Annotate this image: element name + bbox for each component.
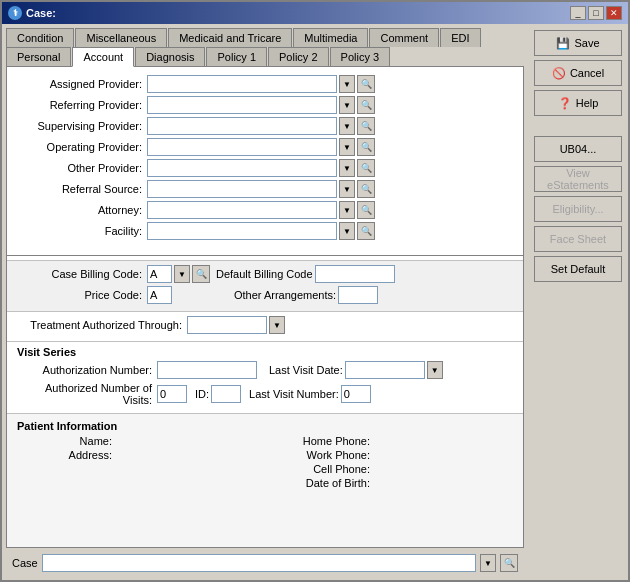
operating-provider-dropdown[interactable]: ▼ xyxy=(339,138,355,156)
set-default-button[interactable]: Set Default xyxy=(534,256,622,282)
patient-info-section: Patient Information Name: Address: xyxy=(7,413,523,547)
referring-provider-search[interactable]: 🔍 xyxy=(357,96,375,114)
operating-provider-search[interactable]: 🔍 xyxy=(357,138,375,156)
work-phone-label: Work Phone: xyxy=(275,449,375,461)
cancel-button[interactable]: 🚫 Cancel xyxy=(534,60,622,86)
tab-personal[interactable]: Personal xyxy=(6,47,71,66)
treatment-auth-input[interactable] xyxy=(187,316,267,334)
case-search[interactable]: 🔍 xyxy=(500,554,518,572)
facility-label: Facility: xyxy=(17,225,147,237)
cell-phone-label: Cell Phone: xyxy=(275,463,375,475)
attorney-input-group: ▼ 🔍 xyxy=(147,201,513,219)
content-area: Assigned Provider: ▼ 🔍 Referring Provide… xyxy=(6,66,524,548)
visit-series-section: Visit Series Authorization Number: Last … xyxy=(7,341,523,413)
tab-medicaid-tricare[interactable]: Medicaid and Tricare xyxy=(168,28,292,47)
facility-dropdown[interactable]: ▼ xyxy=(339,222,355,240)
auth-number-input[interactable] xyxy=(157,361,257,379)
supervising-provider-row: Supervising Provider: ▼ 🔍 xyxy=(17,117,513,135)
other-arrangements-input[interactable] xyxy=(338,286,378,304)
home-phone-value xyxy=(375,435,513,447)
id-input[interactable] xyxy=(211,385,241,403)
referring-provider-label: Referring Provider: xyxy=(17,99,147,111)
tab-multimedia[interactable]: Multimedia xyxy=(293,28,368,47)
dob-row: Date of Birth: xyxy=(275,477,513,489)
ub04-button[interactable]: UB04... xyxy=(534,136,622,162)
cancel-label: Cancel xyxy=(570,67,604,79)
supervising-provider-search[interactable]: 🔍 xyxy=(357,117,375,135)
set-default-label: Set Default xyxy=(551,263,605,275)
left-panel: Condition Miscellaneous Medicaid and Tri… xyxy=(2,24,528,580)
treatment-auth-group: ▼ xyxy=(187,316,513,334)
tab-policy1[interactable]: Policy 1 xyxy=(206,47,267,66)
last-visit-date-input[interactable] xyxy=(345,361,425,379)
last-visit-number-input[interactable] xyxy=(341,385,371,403)
tab-policy3[interactable]: Policy 3 xyxy=(330,47,391,66)
supervising-provider-input[interactable] xyxy=(147,117,337,135)
name-label: Name: xyxy=(17,435,117,447)
tab-miscellaneous[interactable]: Miscellaneous xyxy=(75,28,167,47)
price-code-group: Other Arrangements: xyxy=(147,286,513,304)
ub04-label: UB04... xyxy=(560,143,597,155)
facility-search[interactable]: 🔍 xyxy=(357,222,375,240)
auth-visits-input[interactable] xyxy=(157,385,187,403)
auth-number-row: Authorization Number: Last Visit Date: ▼ xyxy=(17,361,513,379)
last-visit-date-dropdown[interactable]: ▼ xyxy=(427,361,443,379)
case-billing-code-dropdown[interactable]: ▼ xyxy=(174,265,190,283)
dob-label: Date of Birth: xyxy=(275,477,375,489)
attorney-dropdown[interactable]: ▼ xyxy=(339,201,355,219)
view-estatements-button[interactable]: View eStatements xyxy=(534,166,622,192)
tab-policy2[interactable]: Policy 2 xyxy=(268,47,329,66)
last-visit-number-label: Last Visit Number: xyxy=(249,388,339,400)
tabs-row2: Personal Account Diagnosis Policy 1 Poli… xyxy=(2,47,528,66)
address-label: Address: xyxy=(17,449,117,461)
referral-source-label: Referral Source: xyxy=(17,183,147,195)
address-row: Address: xyxy=(17,449,255,461)
operating-provider-input[interactable] xyxy=(147,138,337,156)
case-billing-code-input[interactable] xyxy=(147,265,172,283)
facility-input[interactable] xyxy=(147,222,337,240)
tab-account[interactable]: Account xyxy=(72,47,134,67)
patient-info-left: Name: Address: xyxy=(17,435,255,491)
patient-info-right: Home Phone: Work Phone: Cell Phone: xyxy=(275,435,513,491)
dob-value xyxy=(375,477,513,489)
attorney-search[interactable]: 🔍 xyxy=(357,201,375,219)
default-billing-code-input[interactable] xyxy=(315,265,395,283)
assigned-provider-dropdown[interactable]: ▼ xyxy=(339,75,355,93)
facility-input-group: ▼ 🔍 xyxy=(147,222,513,240)
referral-source-input[interactable] xyxy=(147,180,337,198)
case-label: Case xyxy=(12,557,38,569)
case-billing-code-label: Case Billing Code: xyxy=(17,268,147,280)
assigned-provider-search[interactable]: 🔍 xyxy=(357,75,375,93)
attorney-input[interactable] xyxy=(147,201,337,219)
referral-source-search[interactable]: 🔍 xyxy=(357,180,375,198)
tab-condition[interactable]: Condition xyxy=(6,28,74,47)
close-button[interactable]: ✕ xyxy=(606,6,622,20)
minimize-button[interactable]: _ xyxy=(570,6,586,20)
case-input[interactable] xyxy=(42,554,476,572)
referral-source-dropdown[interactable]: ▼ xyxy=(339,180,355,198)
case-dropdown[interactable]: ▼ xyxy=(480,554,496,572)
case-billing-code-search[interactable]: 🔍 xyxy=(192,265,210,283)
eligibility-button[interactable]: Eligibility... xyxy=(534,196,622,222)
referring-provider-input[interactable] xyxy=(147,96,337,114)
other-provider-row: Other Provider: ▼ 🔍 xyxy=(17,159,513,177)
treatment-auth-dropdown[interactable]: ▼ xyxy=(269,316,285,334)
help-button[interactable]: ❓ Help xyxy=(534,90,622,116)
assigned-provider-input[interactable] xyxy=(147,75,337,93)
tab-edi[interactable]: EDI xyxy=(440,28,480,47)
save-button[interactable]: 💾 Save xyxy=(534,30,622,56)
referring-provider-dropdown[interactable]: ▼ xyxy=(339,96,355,114)
price-code-input[interactable] xyxy=(147,286,172,304)
other-provider-input[interactable] xyxy=(147,159,337,177)
supervising-provider-dropdown[interactable]: ▼ xyxy=(339,117,355,135)
other-provider-dropdown[interactable]: ▼ xyxy=(339,159,355,177)
other-provider-search[interactable]: 🔍 xyxy=(357,159,375,177)
window-title: Case: xyxy=(26,7,56,19)
tab-comment[interactable]: Comment xyxy=(369,28,439,47)
tab-diagnosis[interactable]: Diagnosis xyxy=(135,47,205,66)
face-sheet-button[interactable]: Face Sheet xyxy=(534,226,622,252)
right-panel: 💾 Save 🚫 Cancel ❓ Help UB04... View eSta… xyxy=(528,24,628,580)
maximize-button[interactable]: □ xyxy=(588,6,604,20)
last-visit-date-label: Last Visit Date: xyxy=(269,364,343,376)
auth-visits-row: Authorized Number of Visits: ID: Last Vi… xyxy=(17,382,513,406)
